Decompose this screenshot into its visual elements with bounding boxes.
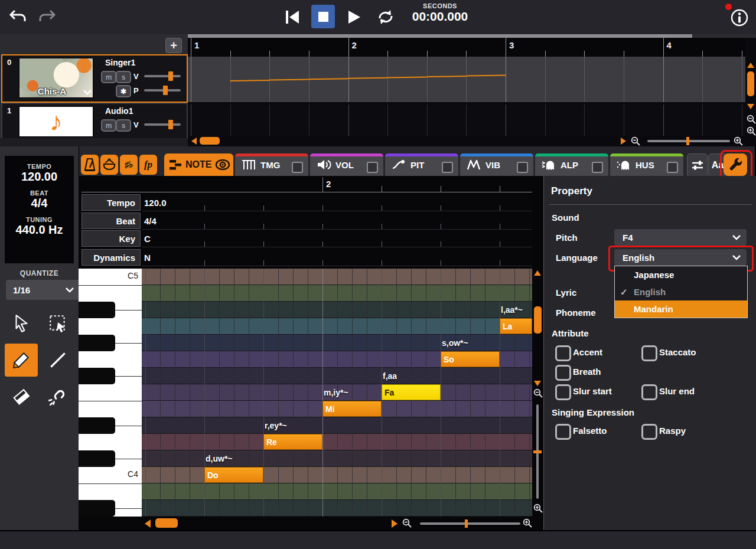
black-key[interactable]	[79, 500, 115, 517]
scroll-down-arrow[interactable]	[534, 381, 541, 386]
black-key[interactable]	[79, 335, 115, 351]
scroll-right-arrow[interactable]	[392, 519, 397, 528]
track-list-scrollbar[interactable]	[0, 138, 188, 146]
line-tool-button[interactable]	[41, 344, 74, 377]
black-key[interactable]	[79, 417, 115, 434]
tab-tmg[interactable]: TMG	[235, 153, 308, 176]
hscroll-thumb[interactable]	[155, 518, 178, 528]
volume-slider[interactable]	[144, 123, 181, 126]
arrangement-view[interactable]: 1234	[188, 34, 756, 146]
info-button[interactable]	[729, 7, 750, 28]
pitch-shift-button[interactable]: ✱	[116, 85, 131, 97]
phoneme-label[interactable]: r,ey*~	[265, 421, 287, 430]
redo-button[interactable]	[37, 7, 58, 26]
audio-track-thumbnail[interactable]: ♪	[19, 106, 93, 137]
black-key[interactable]	[79, 302, 115, 318]
tab-hus[interactable]: HUS	[610, 153, 683, 176]
language-option-mandarin[interactable]: Mandarin	[615, 300, 747, 318]
note-so[interactable]: So	[441, 351, 500, 367]
hzoom-slider[interactable]	[420, 522, 520, 525]
score-row-track[interactable]: 4/4	[142, 213, 532, 230]
hscroll-thumb[interactable]	[200, 137, 220, 145]
mute-button[interactable]: m	[101, 119, 116, 132]
track-row-singer1[interactable]: 0 Chis-A Singer1 m s V ✱ P	[1, 54, 188, 103]
scroll-up-arrow[interactable]	[747, 63, 754, 68]
play-button[interactable]	[343, 6, 365, 28]
scroll-left-arrow[interactable]	[145, 519, 151, 528]
marquee-select-tool-button[interactable]	[41, 307, 74, 340]
scroll-up-arrow[interactable]	[534, 270, 541, 276]
mixer-settings-button[interactable]	[687, 153, 708, 177]
tab-alp[interactable]: ALP	[535, 153, 608, 176]
scroll-left-arrow[interactable]	[191, 138, 197, 145]
pencil-tool-button[interactable]	[5, 344, 38, 377]
checkbox-staccato[interactable]	[641, 345, 657, 361]
tab-pit[interactable]: PIT	[385, 153, 458, 176]
vzoom-out-button[interactable]	[533, 388, 543, 398]
score-row-label-tempo[interactable]: Tempo	[82, 194, 141, 211]
accidental-tool-button[interactable]: ♯♭	[120, 155, 138, 175]
piano-keyboard[interactable]: C5C4	[79, 269, 142, 517]
track-row-audio1[interactable]: 1 ♪ Audio1 m s V	[1, 103, 188, 139]
score-row-label-dynamics[interactable]: Dynamics	[82, 249, 141, 266]
mute-button[interactable]: m	[101, 71, 116, 83]
hzoom-slider-handle[interactable]	[686, 137, 689, 145]
tab-visibility-checkbox[interactable]	[442, 162, 453, 173]
properties-wrench-button[interactable]	[724, 153, 747, 176]
vzoom-slider-handle[interactable]	[533, 450, 542, 453]
score-row-label-beat[interactable]: Beat	[82, 213, 141, 229]
scroll-down-arrow[interactable]	[747, 104, 754, 109]
tab-note[interactable]: NOTE	[164, 153, 233, 176]
note-la[interactable]: La	[500, 318, 532, 334]
pitch-dropdown[interactable]: F4	[614, 229, 747, 246]
note-do[interactable]: Do	[204, 467, 263, 483]
score-row-track[interactable]: N	[142, 249, 532, 266]
checkbox-breath[interactable]	[555, 365, 571, 381]
solo-button[interactable]: s	[116, 119, 131, 132]
arrangement-hscrollbar[interactable]	[188, 136, 745, 146]
dynamics-tool-button[interactable]: fp	[139, 155, 157, 175]
hzoom-out-button[interactable]	[631, 136, 640, 146]
hzoom-in-button[interactable]	[523, 518, 532, 528]
phoneme-label[interactable]: l,aa*~	[501, 305, 523, 315]
checkbox-falsetto[interactable]	[555, 424, 571, 440]
note-re[interactable]: Re	[263, 434, 322, 450]
tab-visibility-checkbox[interactable]	[667, 162, 678, 173]
phoneme-label[interactable]: s,ow*~	[442, 338, 468, 348]
scroll-right-arrow[interactable]	[621, 138, 626, 145]
vzoom-in-button[interactable]	[747, 126, 756, 136]
checkbox-slur-end[interactable]	[641, 384, 657, 400]
volume-slider-handle[interactable]	[168, 71, 173, 81]
language-dropdown[interactable]: English	[614, 249, 747, 266]
vzoom-in-button[interactable]	[533, 504, 543, 513]
undo-button[interactable]	[7, 7, 28, 26]
note-fa[interactable]: Fa	[382, 384, 441, 400]
select-tool-button[interactable]	[5, 307, 38, 340]
solo-button[interactable]: s	[116, 71, 131, 83]
black-key[interactable]	[79, 450, 115, 467]
tab-visibility-checkbox[interactable]	[517, 162, 528, 173]
score-ruler[interactable]: 2	[79, 176, 532, 192]
audio-track-lane[interactable]	[188, 104, 745, 136]
language-option-japanese[interactable]: Japanese	[615, 266, 747, 283]
phoneme-label[interactable]: f,aa	[383, 371, 397, 381]
phoneme-label[interactable]: d,uw*~	[206, 454, 233, 463]
pianoroll-vscrollbar[interactable]	[532, 269, 543, 517]
visibility-eye-icon[interactable]	[215, 159, 230, 171]
hzoom-out-button[interactable]	[402, 518, 412, 528]
checkbox-slur-start[interactable]	[555, 384, 571, 400]
vscroll-thumb[interactable]	[534, 306, 542, 334]
add-track-button[interactable]: +	[165, 38, 182, 53]
arrangement-ruler[interactable]: 1234	[188, 38, 745, 57]
language-option-english[interactable]: ✓English	[615, 283, 747, 300]
loop-button[interactable]	[374, 6, 397, 28]
tab-vib[interactable]: VIB	[460, 153, 533, 176]
pan-slider-handle[interactable]	[163, 86, 168, 95]
tab-visibility-checkbox[interactable]	[592, 162, 603, 173]
vscroll-thumb[interactable]	[747, 71, 754, 96]
tab-visibility-checkbox[interactable]	[367, 162, 378, 173]
drum-tool-button[interactable]	[100, 155, 118, 175]
quantize-dropdown[interactable]: 1/16	[6, 280, 80, 300]
arrangement-vscrollbar[interactable]	[745, 38, 756, 136]
tab-visibility-checkbox[interactable]	[292, 162, 303, 173]
